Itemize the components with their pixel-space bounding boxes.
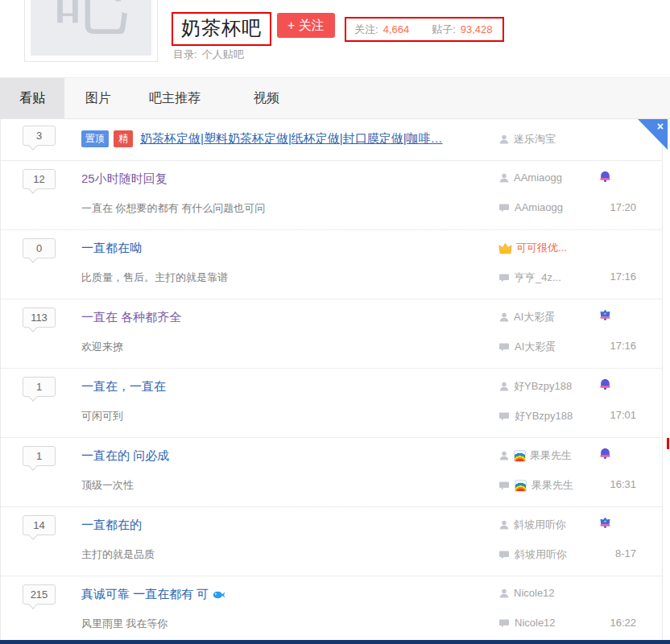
pinned-badge: 置顶: [81, 130, 109, 147]
last-reply-user[interactable]: AAmiaogg: [515, 201, 563, 213]
last-reply-time: 16:22: [610, 617, 636, 629]
speech-bubble-icon: [498, 341, 510, 353]
thread-title-link[interactable]: 一直在，一直在: [81, 379, 166, 394]
post-count-label: 贴子:: [432, 23, 456, 37]
reply-count: 1: [36, 381, 42, 393]
author-name[interactable]: AAmiaogg: [514, 171, 562, 184]
last-reply-user[interactable]: 亨亨_4z...: [515, 270, 561, 285]
bottom-edge-bar: [0, 640, 670, 644]
forum-tab-bar: 看贴 图片 吧主推荐 视频: [0, 77, 670, 119]
bell-badge-icon[interactable]: [599, 378, 611, 390]
author-name[interactable]: 可可很优...: [516, 241, 567, 255]
thread-snippet: 欢迎来撩: [81, 340, 123, 354]
last-reply-time: 16:31: [610, 478, 636, 490]
author-name[interactable]: 斜坡用听你: [514, 518, 566, 532]
author-name[interactable]: Nicole12: [514, 587, 555, 599]
thread-author: Nicole12: [498, 587, 555, 599]
reply-count-badge: 1: [23, 377, 56, 397]
thread-row: 14 一直都在的 主打的就是品质 斜坡用听你 斜坡用听你 8-17: [1, 507, 662, 576]
annotation-edge-mark: [667, 438, 669, 449]
reply-count-badge: 3: [23, 126, 56, 146]
reply-count: 1: [36, 450, 42, 462]
last-reply-time: 17:01: [610, 409, 636, 421]
thread-row: 1 一直在，一直在 可闲可到 好YBzpy188 好YBzpy188 17:01: [1, 369, 662, 438]
thread-snippet: 顶级一次性: [81, 478, 134, 493]
speech-bubble-icon: [498, 411, 510, 422]
tieba-forum-page: 吧 奶茶杯吧 + 关注 关注: 4,664 贴子: 93,428 目录:个人贴吧…: [0, 0, 670, 644]
last-reply-user[interactable]: 斜坡用听你: [515, 547, 567, 562]
reply-count: 113: [31, 312, 48, 324]
thread-row: 12 25小时随时回复 一直在 你想要的都有 有什么问题也可问 AAmiaogg…: [1, 161, 662, 230]
tab-tupian[interactable]: 图片: [85, 78, 111, 118]
follow-count-value: 4,664: [383, 23, 410, 35]
reply-count-badge: 12: [23, 169, 56, 189]
tab-shipin[interactable]: 视频: [254, 78, 279, 118]
fish-icon: [212, 589, 225, 601]
close-x-icon[interactable]: ×: [657, 121, 664, 132]
speech-bubble-icon: [498, 202, 510, 213]
bell-badge-icon[interactable]: [599, 448, 611, 460]
thread-title-link[interactable]: 一直在 各种都齐全: [81, 310, 181, 325]
last-reply-user[interactable]: Nicole12: [515, 617, 556, 629]
last-reply: 斜坡用听你: [498, 547, 567, 562]
reply-count-badge: 0: [23, 238, 56, 258]
tab-kantie[interactable]: 看贴: [0, 78, 64, 118]
thread-author: 斜坡用听你: [498, 518, 566, 532]
last-reply-user[interactable]: 好YBzpy188: [515, 409, 573, 423]
thread-title-link[interactable]: 25小时随时回复: [81, 171, 168, 187]
last-reply: AI大彩蛋: [498, 340, 556, 354]
author-name[interactable]: 迷乐淘宝: [514, 132, 556, 147]
thread-author: 可可很优...: [498, 241, 567, 255]
thread-author: AAmiaogg: [498, 171, 562, 184]
last-reply: 果果先生: [498, 478, 573, 493]
flower-badge-icon[interactable]: [599, 309, 611, 321]
reply-count: 0: [36, 242, 42, 254]
last-reply: Nicole12: [498, 617, 556, 629]
person-icon: [498, 450, 510, 461]
bell-badge-icon[interactable]: [599, 171, 611, 183]
person-icon: [498, 134, 510, 145]
speech-bubble-icon: [498, 272, 510, 283]
follow-count-label: 关注:: [354, 23, 378, 37]
directory-value[interactable]: 个人贴吧: [202, 48, 244, 60]
thread-title-link[interactable]: 一直都在的: [81, 518, 142, 533]
forum-stats-annotation-box: 关注: 4,664 贴子: 93,428: [345, 17, 504, 42]
last-reply: AAmiaogg: [498, 201, 563, 213]
thread-row: 215 真诚可靠 一直在都有 可 风里雨里 我在等你 Nicole12 Nico…: [1, 576, 662, 639]
flower-badge-icon[interactable]: [599, 517, 611, 529]
tab-bazhutuijian[interactable]: 吧主推荐: [149, 78, 201, 118]
user-avatar-rainbow: [515, 480, 527, 492]
follow-button[interactable]: + 关注: [277, 13, 335, 38]
thread-title-link[interactable]: 一直在的 问必成: [81, 448, 169, 464]
thread-author: 好YBzpy188: [498, 379, 572, 394]
last-reply-time: 8-17: [615, 547, 636, 559]
thread-title-link[interactable]: 真诚可靠 一直在都有 可: [81, 587, 209, 602]
author-name[interactable]: 好YBzpy188: [514, 379, 572, 394]
thread-row: 3 置顶 精 奶茶杯定做|塑料奶茶杯定做|纸杯定做|封口膜定做|咖啡… 迷乐淘宝: [1, 119, 662, 161]
forum-header: 吧 奶茶杯吧 + 关注 关注: 4,664 贴子: 93,428 目录:个人贴吧: [0, 0, 670, 77]
author-name[interactable]: AI大彩蛋: [514, 310, 555, 324]
last-reply-user[interactable]: 果果先生: [531, 478, 573, 493]
directory-label: 目录:: [173, 48, 197, 60]
thread-row: 0 一直都在呦 比质量，售后。主打的就是靠谱 可可很优... 亨亨_4z... …: [1, 230, 662, 299]
reply-count-badge: 215: [23, 584, 56, 605]
forum-title-annotation-box: 奶茶杯吧: [172, 12, 271, 46]
person-icon: [498, 381, 510, 392]
last-reply-time: 17:20: [610, 201, 636, 213]
last-reply-user[interactable]: AI大彩蛋: [515, 340, 556, 354]
thread-snippet: 风里雨里 我在等你: [81, 617, 168, 631]
thread-snippet: 主打的就是品质: [81, 547, 155, 562]
user-avatar-rainbow: [514, 450, 526, 462]
thread-title-link[interactable]: 奶茶杯定做|塑料奶茶杯定做|纸杯定做|封口膜定做|咖啡…: [140, 131, 443, 147]
last-reply: 好YBzpy188: [498, 409, 573, 423]
forum-avatar: 吧: [24, 0, 158, 62]
thread-author: 果果先生: [498, 448, 572, 463]
thread-title-link[interactable]: 一直都在呦: [81, 241, 142, 256]
crown-icon: [498, 242, 512, 254]
digest-badge: 精: [114, 130, 133, 147]
author-name[interactable]: 果果先生: [530, 448, 572, 463]
thread-snippet: 比质量，售后。主打的就是靠谱: [81, 270, 228, 285]
last-reply-time: 17:16: [610, 340, 636, 352]
last-reply-time: 17:16: [610, 270, 636, 283]
thread-snippet: 一直在 你想要的都有 有什么问题也可问: [81, 201, 265, 216]
